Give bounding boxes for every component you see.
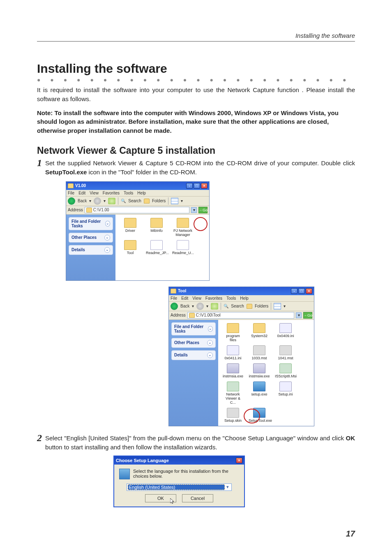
menu-view[interactable]: View (90, 191, 99, 195)
side-other[interactable]: Other Places⌄ (69, 233, 113, 243)
address-dropdown[interactable]: ▾ (191, 207, 197, 213)
menu-help[interactable]: Help (137, 191, 146, 195)
back-icon[interactable] (68, 197, 75, 205)
file-label: Network Viewer & C... (222, 392, 244, 405)
minimize-button[interactable]: - (291, 288, 297, 294)
file-item[interactable]: Driver (120, 218, 141, 237)
menu-tools[interactable]: Tools (226, 296, 236, 301)
file-item[interactable]: Readme_JP... (146, 240, 167, 255)
file-item[interactable]: Readme_U... (172, 240, 194, 255)
menu-file[interactable]: File (171, 296, 177, 301)
menu-help[interactable]: Help (240, 296, 249, 301)
file-item[interactable]: instmsia.exe (222, 363, 244, 378)
close-button[interactable]: × (201, 183, 208, 189)
search-icon[interactable]: 🔍 (121, 199, 126, 203)
menu-file[interactable]: File (68, 191, 74, 195)
ok-button[interactable]: OK (145, 494, 176, 502)
side-details[interactable]: Details⌄ (171, 350, 216, 360)
search-label[interactable]: Search (231, 304, 244, 308)
folders-label[interactable]: Folders (152, 199, 166, 203)
file-item[interactable]: 1033.mst (249, 345, 270, 360)
side-details[interactable]: Details⌄ (69, 245, 113, 255)
file-label: MibInfo (146, 229, 167, 233)
back-icon[interactable] (171, 303, 178, 310)
chevron-icon[interactable]: ⌄ (104, 247, 110, 253)
folder-icon (253, 323, 265, 333)
titlebar[interactable]: V1.00 - □ × (66, 182, 209, 190)
address-bar: Address C:\V1.00\Tool ▾ →Go (169, 311, 314, 320)
file-item[interactable]: setup.exe (249, 382, 270, 405)
up-icon[interactable] (108, 198, 115, 204)
file-item[interactable]: Network Viewer & C... (222, 382, 244, 405)
file-item[interactable]: Tool (120, 240, 141, 255)
file-item[interactable]: 0x0411.ini (222, 345, 244, 360)
language-select[interactable]: English (United States) ▾ (127, 483, 232, 491)
file-item[interactable]: Setup.skin (222, 408, 244, 423)
go-button[interactable]: →Go (198, 207, 208, 213)
search-label[interactable]: Search (128, 199, 141, 203)
menu-view[interactable]: View (192, 296, 201, 301)
file-label: 1033.mst (249, 356, 270, 360)
menu-edit[interactable]: Edit (181, 296, 188, 301)
side-other[interactable]: Other Places⌄ (171, 338, 216, 348)
menu-favorites[interactable]: Favorites (103, 191, 120, 195)
up-icon[interactable] (211, 303, 218, 310)
search-icon[interactable]: 🔍 (224, 304, 228, 308)
go-button[interactable]: →Go (303, 312, 312, 319)
file-icon (227, 408, 239, 418)
back-label[interactable]: Back (180, 304, 189, 308)
toolbar: Back▾ ▾ 🔍Search Folders ▾ (66, 197, 209, 206)
titlebar[interactable]: Choose Setup Language × (114, 456, 244, 465)
file-label: Driver (120, 229, 141, 233)
back-label[interactable]: Back (78, 199, 87, 203)
menubar[interactable]: File Edit View Favorites Tools Help (66, 190, 209, 197)
chevron-icon[interactable]: ⌄ (105, 221, 110, 227)
titlebar[interactable]: Tool - □ × (169, 287, 314, 295)
maximize-button[interactable]: □ (194, 183, 200, 189)
file-item[interactable]: ISScript8.Msi (275, 363, 296, 378)
views-icon[interactable] (274, 303, 281, 310)
file-item[interactable]: instmsiw.exe (249, 363, 270, 378)
folders-icon[interactable] (144, 199, 150, 204)
chevron-icon[interactable]: ⌄ (207, 352, 213, 358)
close-button[interactable]: × (306, 288, 312, 294)
minimize-button[interactable]: - (186, 183, 193, 189)
menubar[interactable]: File Edit View Favorites Tools Help (169, 295, 314, 302)
maximize-button[interactable]: □ (298, 288, 305, 294)
menu-edit[interactable]: Edit (78, 191, 85, 195)
chevron-icon[interactable]: ⌄ (104, 235, 110, 240)
file-item[interactable]: Setup.ini (275, 382, 296, 405)
file-item[interactable]: 1041.mst (275, 345, 296, 360)
close-button[interactable]: × (236, 458, 242, 463)
address-field[interactable]: C:\V1.00 (85, 207, 189, 213)
file-item[interactable]: System32 (249, 323, 270, 342)
step-number: 1 (37, 158, 42, 177)
file-item[interactable]: program files (222, 323, 244, 342)
chevron-icon[interactable]: ⌄ (208, 326, 213, 332)
views-icon[interactable] (171, 198, 178, 204)
chevron-down-icon[interactable]: ▾ (225, 484, 231, 490)
cancel-button[interactable]: Cancel (182, 494, 213, 502)
file-item[interactable]: PJ Network Manager (172, 218, 194, 237)
address-field[interactable]: C:\V1.00\Tool (187, 312, 294, 319)
forward-icon[interactable] (196, 303, 204, 310)
address-dropdown[interactable]: ▾ (296, 312, 302, 318)
file-icon (227, 363, 239, 373)
file-item[interactable]: SetupTool.exe (249, 408, 270, 423)
folders-label[interactable]: Folders (255, 304, 268, 308)
chevron-icon[interactable]: ⌄ (207, 340, 213, 346)
choose-language-dialog: Choose Setup Language × Select the langu… (113, 456, 245, 507)
folder-icon (86, 208, 92, 213)
menu-favorites[interactable]: Favorites (205, 296, 222, 301)
file-label: 1041.mst (275, 356, 296, 360)
file-icon (253, 382, 265, 391)
step-2: 2 Select "English [United States]" from … (37, 434, 355, 452)
side-tasks[interactable]: File and Folder Tasks⌄ (69, 217, 113, 230)
file-item[interactable]: 0x0409.ini (275, 323, 296, 342)
menu-tools[interactable]: Tools (124, 191, 133, 195)
side-tasks[interactable]: File and Folder Tasks⌄ (171, 322, 216, 335)
folders-icon[interactable] (247, 304, 252, 309)
forward-icon[interactable] (94, 197, 101, 205)
file-item[interactable]: MibInfo (146, 218, 167, 237)
address-label: Address (68, 208, 83, 212)
